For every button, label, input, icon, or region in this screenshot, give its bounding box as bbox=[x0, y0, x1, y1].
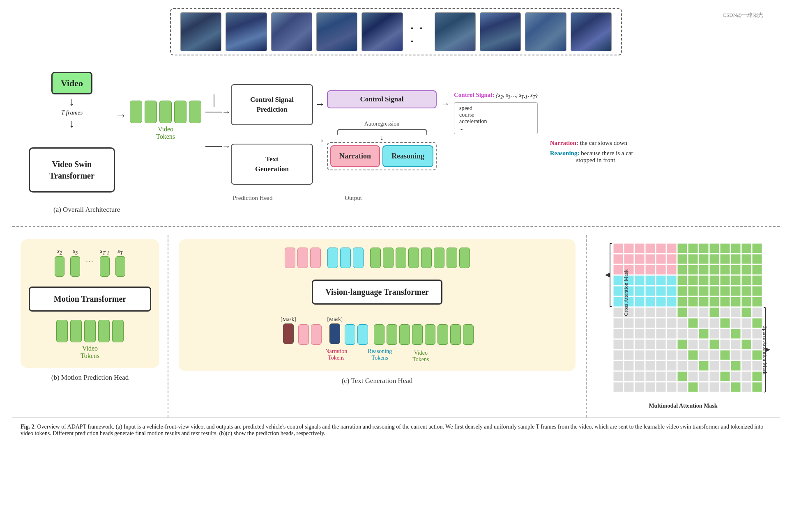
svg-rect-55 bbox=[741, 275, 751, 285]
video-frame-4 bbox=[316, 12, 357, 51]
svg-rect-169 bbox=[613, 371, 623, 381]
autoregression-label: Autoregression bbox=[327, 121, 437, 127]
down-arrow-2: ↓ bbox=[69, 118, 75, 129]
svg-rect-27 bbox=[741, 254, 751, 264]
svg-rect-53 bbox=[720, 275, 730, 285]
svg-rect-12 bbox=[731, 243, 741, 253]
svg-rect-127 bbox=[613, 339, 623, 349]
text-gen-cream-bg: Vision-language Transformer [Mask] [ bbox=[179, 239, 576, 371]
svg-rect-48 bbox=[667, 275, 677, 285]
motion-panel: s2 s3 ... sT-1 sT bbox=[12, 235, 168, 417]
svg-rect-37 bbox=[699, 265, 709, 275]
svg-rect-4 bbox=[645, 243, 655, 253]
vlt-box: Vision-language Transformer bbox=[312, 280, 442, 305]
svg-rect-192 bbox=[709, 382, 719, 392]
svg-rect-100 bbox=[624, 318, 634, 328]
svg-rect-102 bbox=[645, 318, 655, 328]
svg-rect-156 bbox=[624, 361, 634, 371]
tg-p2 bbox=[297, 248, 308, 268]
mv-token-4 bbox=[98, 320, 110, 342]
motion-transformer-box: Motion Transformer bbox=[29, 287, 151, 312]
svg-rect-31 bbox=[635, 265, 645, 275]
tg-b2 bbox=[340, 248, 351, 268]
video-input-box: Video bbox=[51, 72, 92, 94]
svg-rect-137 bbox=[720, 339, 730, 349]
motion-vt-label: VideoTokens bbox=[29, 345, 151, 360]
tg-p1 bbox=[285, 248, 295, 268]
narration-reasoning-group: Narration Reasoning bbox=[327, 142, 437, 170]
svg-text:Cross Attention Mask: Cross Attention Mask bbox=[623, 269, 629, 316]
attention-mask-svg: Cross Attention Mask Sparse Attention Ma… bbox=[593, 239, 774, 412]
svg-rect-181 bbox=[741, 371, 751, 381]
svg-rect-95 bbox=[720, 307, 730, 317]
autoregression-arrow: ↓ bbox=[327, 135, 437, 140]
svg-rect-49 bbox=[677, 275, 687, 285]
svg-rect-56 bbox=[752, 275, 762, 285]
svg-rect-191 bbox=[699, 382, 709, 392]
svg-rect-177 bbox=[699, 371, 709, 381]
svg-rect-154 bbox=[752, 350, 762, 360]
svg-rect-174 bbox=[667, 371, 677, 381]
svg-rect-160 bbox=[667, 361, 677, 371]
svg-rect-107 bbox=[699, 318, 709, 328]
svg-rect-46 bbox=[645, 275, 655, 285]
branch-arrows: → → bbox=[205, 94, 231, 152]
svg-rect-45 bbox=[635, 275, 645, 285]
svg-rect-151 bbox=[720, 350, 730, 360]
svg-rect-2 bbox=[624, 243, 634, 253]
svg-rect-42 bbox=[752, 265, 762, 275]
reasoning-tokens-label: ReasoningTokens bbox=[368, 348, 392, 361]
svg-rect-147 bbox=[677, 350, 687, 360]
svg-rect-190 bbox=[688, 382, 698, 392]
svg-rect-157 bbox=[635, 361, 645, 371]
svg-rect-133 bbox=[677, 339, 687, 349]
svg-rect-189 bbox=[677, 382, 687, 392]
tg-g8 bbox=[459, 248, 470, 268]
mv-token-1 bbox=[56, 320, 68, 342]
svg-rect-121 bbox=[699, 329, 709, 339]
svg-rect-125 bbox=[741, 329, 751, 339]
mask-label-2: [Mask] bbox=[327, 316, 343, 323]
svg-rect-78 bbox=[688, 297, 698, 307]
svg-rect-195 bbox=[741, 382, 751, 392]
svg-rect-158 bbox=[645, 361, 655, 371]
svg-rect-41 bbox=[741, 265, 751, 275]
svg-rect-185 bbox=[635, 382, 645, 392]
svg-rect-67 bbox=[720, 286, 730, 296]
svg-rect-112 bbox=[752, 318, 762, 328]
svg-rect-38 bbox=[709, 265, 719, 275]
svg-rect-134 bbox=[688, 339, 698, 349]
svg-rect-171 bbox=[635, 371, 645, 381]
svg-rect-66 bbox=[709, 286, 719, 296]
caption: Fig. 2. Overview of ADAPT framework. (a)… bbox=[12, 417, 780, 443]
svg-rect-113 bbox=[613, 329, 623, 339]
vlt-container: Vision-language Transformer bbox=[187, 271, 567, 313]
svg-rect-96 bbox=[731, 307, 741, 317]
video-strip: . . . bbox=[170, 8, 622, 55]
svg-rect-83 bbox=[741, 297, 751, 307]
svg-rect-3 bbox=[635, 243, 645, 253]
cs-arrow: → bbox=[441, 99, 450, 109]
svg-rect-91 bbox=[677, 307, 687, 317]
svg-rect-8 bbox=[688, 243, 698, 253]
svg-rect-143 bbox=[635, 350, 645, 360]
svg-rect-187 bbox=[656, 382, 666, 392]
svg-rect-82 bbox=[731, 297, 741, 307]
video-frame-6 bbox=[435, 12, 476, 51]
svg-rect-104 bbox=[667, 318, 677, 328]
svg-rect-81 bbox=[720, 297, 730, 307]
svg-rect-117 bbox=[656, 329, 666, 339]
svg-rect-178 bbox=[709, 371, 719, 381]
svg-rect-167 bbox=[741, 361, 751, 371]
svg-rect-40 bbox=[731, 265, 741, 275]
mask-label-1: [Mask] bbox=[281, 316, 296, 323]
svg-rect-130 bbox=[645, 339, 655, 349]
svg-rect-10 bbox=[709, 243, 719, 253]
motion-cream-bg: s2 s3 ... sT-1 sT bbox=[21, 239, 159, 368]
mask-token-2 bbox=[329, 323, 340, 344]
svg-rect-7 bbox=[677, 243, 687, 253]
svg-rect-182 bbox=[752, 371, 762, 381]
token-5 bbox=[189, 101, 201, 123]
motion-panel-label: (b) Motion Prediction Head bbox=[21, 374, 159, 382]
svg-rect-111 bbox=[741, 318, 751, 328]
